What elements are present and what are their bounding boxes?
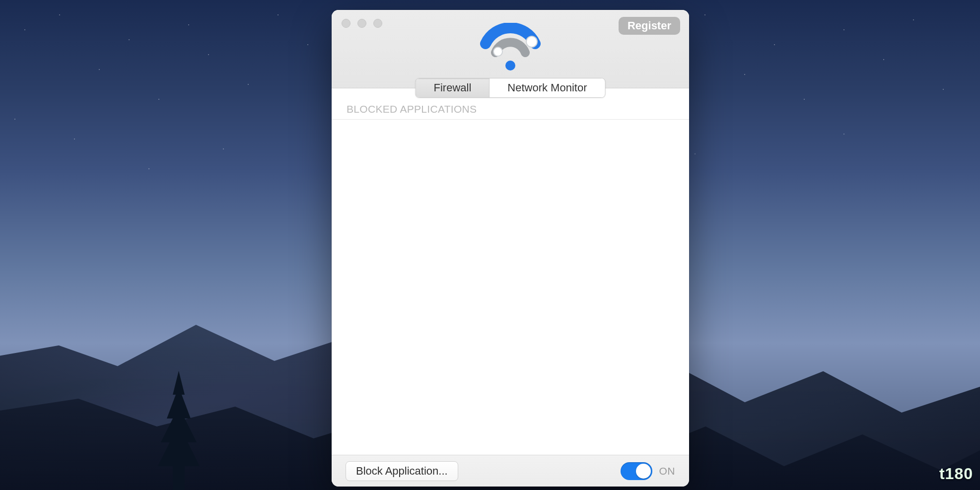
window-controls: [342, 19, 382, 28]
toggle-knob: [636, 464, 651, 479]
tab-network-monitor[interactable]: Network Monitor: [490, 78, 605, 97]
minimize-window-button[interactable]: [357, 19, 366, 28]
close-window-button[interactable]: [342, 19, 350, 28]
titlebar[interactable]: Register Firewall Network Monitor: [332, 10, 689, 88]
section-divider: [332, 119, 689, 120]
svg-point-0: [526, 36, 537, 47]
wifi-logo-icon: [478, 23, 543, 72]
block-application-button[interactable]: Block Application...: [346, 461, 458, 481]
tab-segmented-control: Firewall Network Monitor: [416, 78, 606, 98]
app-window: Register Firewall Network Monitor BLOCKE…: [332, 10, 689, 487]
footer-bar: Block Application... ON: [332, 455, 689, 487]
firewall-toggle[interactable]: [621, 462, 652, 480]
blocked-apps-header: BLOCKED APPLICATIONS: [347, 103, 477, 115]
svg-point-1: [493, 47, 502, 56]
firewall-toggle-label: ON: [659, 465, 676, 477]
tab-firewall[interactable]: Firewall: [416, 78, 490, 97]
firewall-toggle-group: ON: [621, 462, 676, 480]
register-button[interactable]: Register: [619, 17, 680, 35]
content-area: BLOCKED APPLICATIONS: [332, 88, 689, 455]
svg-point-2: [505, 61, 515, 70]
watermark-text: t180: [939, 465, 973, 483]
zoom-window-button[interactable]: [373, 19, 382, 28]
